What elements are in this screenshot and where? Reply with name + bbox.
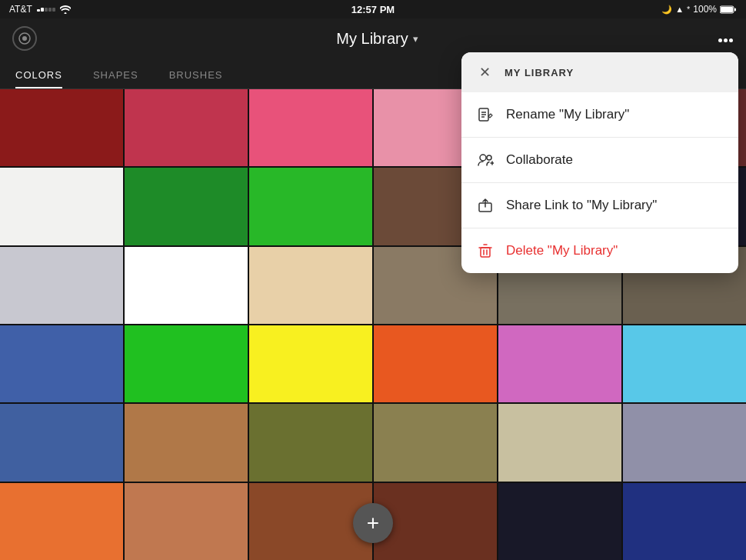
- color-cell[interactable]: [249, 247, 372, 324]
- color-cell[interactable]: [125, 89, 248, 166]
- color-cell[interactable]: [0, 325, 123, 402]
- more-menu-button[interactable]: [718, 32, 734, 45]
- menu-header: ✕ MY LIBRARY: [461, 52, 738, 92]
- color-cell[interactable]: [623, 404, 746, 481]
- svg-rect-2: [734, 8, 736, 11]
- bluetooth-icon: *: [687, 5, 690, 14]
- status-bar: AT&T 12:57 PM 🌙 ▲ * 100%: [0, 0, 746, 18]
- color-cell[interactable]: [249, 168, 372, 245]
- color-cell[interactable]: [125, 168, 248, 245]
- color-cell[interactable]: [374, 404, 497, 481]
- delete-label: Delete "My Library": [506, 243, 618, 258]
- share-menu-item[interactable]: Share Link to "My Library": [461, 183, 738, 228]
- library-name: My Library: [336, 30, 408, 48]
- wifi-icon: [60, 5, 71, 14]
- share-icon: [475, 195, 495, 215]
- color-cell[interactable]: [125, 325, 248, 402]
- rename-menu-item[interactable]: Rename "My Library": [461, 92, 738, 138]
- rename-label: Rename "My Library": [506, 107, 629, 122]
- battery-text: 100%: [693, 4, 717, 15]
- color-cell[interactable]: [498, 483, 621, 560]
- color-cell[interactable]: [249, 325, 372, 402]
- color-cell[interactable]: [0, 168, 123, 245]
- delete-icon: [475, 241, 495, 261]
- svg-point-9: [480, 155, 486, 161]
- color-cell[interactable]: [125, 404, 248, 481]
- close-icon: ✕: [479, 64, 491, 81]
- tab-shapes[interactable]: SHAPES: [93, 69, 138, 88]
- color-cell[interactable]: [623, 483, 746, 560]
- add-fab-button[interactable]: +: [353, 503, 393, 543]
- chevron-down-icon: ▾: [413, 33, 418, 45]
- rename-icon: [475, 105, 495, 125]
- color-cell[interactable]: [125, 483, 248, 560]
- plus-icon: +: [367, 511, 379, 535]
- color-cell[interactable]: [498, 325, 621, 402]
- svg-point-4: [22, 36, 27, 41]
- status-time: 12:57 PM: [351, 4, 395, 15]
- app-logo[interactable]: [12, 26, 37, 51]
- collaborate-icon: [475, 150, 495, 170]
- color-cell[interactable]: [249, 404, 372, 481]
- color-cell[interactable]: [249, 89, 372, 166]
- svg-rect-12: [481, 248, 490, 257]
- tab-colors[interactable]: COLORS: [15, 69, 62, 88]
- menu-header-title: MY LIBRARY: [505, 67, 574, 78]
- battery-icon: [720, 5, 737, 14]
- svg-rect-1: [721, 7, 733, 12]
- color-row: [0, 404, 746, 481]
- color-cell[interactable]: [623, 325, 746, 402]
- color-cell[interactable]: [0, 247, 123, 324]
- dropdown-menu: ✕ MY LIBRARY Rename "My Library": [461, 52, 738, 273]
- color-row: [0, 325, 746, 402]
- signal-icon: [37, 8, 55, 12]
- carrier-text: AT&T: [9, 4, 32, 15]
- close-button[interactable]: ✕: [475, 63, 494, 82]
- status-right: 🌙 ▲ * 100%: [661, 4, 737, 15]
- moon-icon: 🌙: [661, 5, 672, 15]
- color-cell[interactable]: [374, 325, 497, 402]
- svg-point-10: [487, 155, 491, 160]
- delete-menu-item[interactable]: Delete "My Library": [461, 228, 738, 273]
- location-icon: ▲: [675, 5, 684, 14]
- status-left: AT&T: [9, 4, 71, 15]
- collaborate-menu-item[interactable]: Collaborate: [461, 138, 738, 183]
- library-title-button[interactable]: My Library ▾: [336, 30, 418, 48]
- logo-icon: [18, 32, 32, 45]
- tab-brushes[interactable]: BRUSHES: [169, 69, 223, 88]
- share-label: Share Link to "My Library": [506, 198, 657, 213]
- color-cell[interactable]: [498, 404, 621, 481]
- three-dots-icon: [718, 32, 734, 45]
- collaborate-label: Collaborate: [506, 152, 573, 168]
- color-cell[interactable]: [0, 483, 123, 560]
- color-cell[interactable]: [0, 89, 123, 166]
- color-cell[interactable]: [0, 404, 123, 481]
- color-cell[interactable]: [125, 247, 248, 324]
